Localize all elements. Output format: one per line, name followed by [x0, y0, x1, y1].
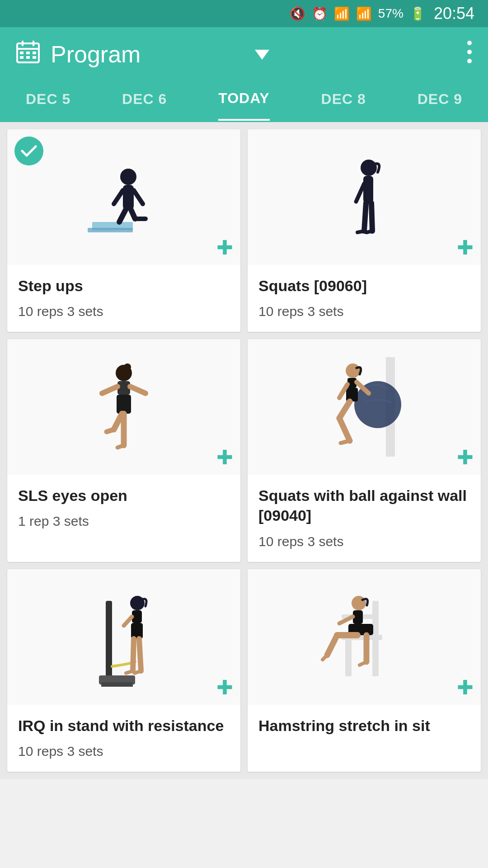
svg-line-59 [126, 671, 133, 673]
exercise-image-squats-ball: ✚ [248, 339, 481, 475]
exercise-grid: ✚ Step ups 10 reps 3 sets [0, 122, 488, 779]
svg-line-57 [133, 639, 134, 671]
exercise-card-irq[interactable]: ✚ IRQ in stand with resistance 10 reps 3… [7, 569, 240, 772]
app-title: Program [51, 41, 249, 68]
exercise-image-squats: ✚ [248, 129, 481, 265]
exercise-name: Squats with ball against wall [09040] [258, 486, 470, 525]
exercise-reps: 1 rep 3 sets [18, 514, 230, 529]
tab-dec9[interactable]: DEC 9 [418, 81, 462, 121]
svg-line-25 [356, 184, 364, 202]
svg-rect-9 [33, 56, 36, 59]
svg-line-26 [364, 203, 366, 231]
svg-marker-10 [255, 50, 269, 60]
exercise-reps: 10 reps 3 sets [18, 304, 230, 319]
exercise-name: Hamstring stretch in sit [258, 716, 470, 736]
add-exercise-icon[interactable]: ✚ [457, 678, 474, 698]
exercise-info-irq: IRQ in stand with resistance 10 reps 3 s… [7, 705, 240, 772]
dropdown-icon[interactable] [255, 45, 269, 64]
exercise-info-step-ups: Step ups 10 reps 3 sets [7, 265, 240, 332]
exercise-name: Step ups [18, 276, 230, 296]
exercise-info-squats-ball: Squats with ball against wall [09040] 10… [248, 475, 481, 561]
menu-button[interactable] [467, 41, 472, 68]
svg-line-60 [135, 671, 141, 673]
add-exercise-icon[interactable]: ✚ [216, 448, 233, 467]
exercise-card-sls[interactable]: ✚ SLS eyes open 1 rep 3 sets [7, 339, 240, 561]
exercise-card-hamstring[interactable]: ✚ Hamstring stretch in sit [248, 569, 481, 772]
svg-line-28 [357, 231, 364, 232]
battery-icon: 🔋 [410, 6, 426, 21]
alarm-icon: ⏰ [312, 6, 328, 21]
svg-line-58 [139, 639, 141, 671]
svg-line-37 [114, 414, 122, 429]
svg-point-13 [467, 59, 472, 63]
add-exercise-icon[interactable]: ✚ [216, 678, 233, 698]
svg-rect-7 [20, 56, 23, 59]
svg-rect-63 [345, 640, 352, 676]
exercise-name: SLS eyes open [18, 486, 230, 505]
exercise-reps: 10 reps 3 sets [258, 534, 470, 549]
svg-rect-24 [363, 176, 373, 203]
exercise-image-step-ups: ✚ [7, 129, 240, 265]
svg-line-27 [371, 203, 372, 231]
svg-point-53 [130, 596, 145, 610]
exercise-info-squats: Squats [09060] 10 reps 3 sets [248, 265, 481, 332]
svg-line-47 [339, 418, 350, 441]
calendar-icon [16, 40, 40, 69]
tab-today[interactable]: TODAY [218, 81, 269, 121]
exercise-card-squats[interactable]: ✚ Squats [09060] 10 reps 3 sets [248, 129, 481, 332]
svg-point-12 [467, 50, 472, 54]
exercise-name: Squats [09060] [258, 276, 470, 296]
svg-line-19 [134, 190, 143, 204]
svg-rect-17 [123, 185, 134, 210]
svg-point-66 [352, 596, 366, 610]
svg-line-18 [114, 190, 123, 204]
svg-line-35 [130, 387, 145, 393]
tab-dec8[interactable]: DEC 8 [321, 81, 366, 121]
svg-line-20 [119, 210, 126, 222]
svg-line-71 [327, 635, 337, 655]
svg-line-39 [117, 445, 124, 448]
tab-dec5[interactable]: DEC 5 [26, 81, 70, 121]
svg-rect-52 [101, 682, 133, 687]
svg-line-29 [366, 231, 372, 232]
exercise-name: IRQ in stand with resistance [18, 716, 230, 736]
svg-rect-62 [372, 640, 379, 676]
add-exercise-icon[interactable]: ✚ [216, 238, 233, 258]
svg-rect-50 [106, 601, 112, 684]
tab-bar: DEC 5 DEC 6 TODAY DEC 8 DEC 9 [0, 81, 488, 122]
completed-badge [14, 137, 43, 165]
bluetooth-icon: 🔇 [290, 6, 305, 21]
svg-line-34 [102, 387, 117, 393]
exercise-info-sls: SLS eyes open 1 rep 3 sets [7, 475, 240, 542]
wifi-icon: 📶 [334, 6, 350, 21]
exercise-image-irq: ✚ [7, 569, 240, 705]
exercise-reps: 10 reps 3 sets [18, 744, 230, 759]
svg-rect-8 [26, 56, 30, 59]
battery-percent: 57% [378, 6, 404, 21]
exercise-image-sls: ✚ [7, 339, 240, 475]
exercise-image-hamstring: ✚ [248, 569, 481, 705]
exercise-info-hamstring: Hamstring stretch in sit [248, 705, 481, 756]
svg-point-42 [346, 363, 360, 378]
status-bar: 🔇 ⏰ 📶 📶 57% 🔋 20:54 [0, 0, 488, 27]
exercise-card-step-ups[interactable]: ✚ Step ups 10 reps 3 sets [7, 129, 240, 332]
svg-line-38 [107, 429, 114, 432]
svg-line-56 [124, 617, 132, 626]
svg-rect-6 [33, 52, 36, 54]
exercise-card-squats-ball[interactable]: ✚ Squats with ball against wall [09040] … [248, 339, 481, 561]
tab-dec6[interactable]: DEC 6 [122, 81, 167, 121]
svg-point-11 [467, 41, 472, 45]
svg-line-46 [339, 401, 350, 418]
svg-point-16 [120, 169, 136, 185]
svg-rect-15 [88, 228, 133, 232]
exercise-reps: 10 reps 3 sets [258, 304, 470, 319]
status-time: 20:54 [434, 4, 474, 23]
status-icons: 🔇 ⏰ 📶 📶 57% 🔋 [290, 6, 426, 21]
svg-point-23 [361, 160, 377, 176]
add-exercise-icon[interactable]: ✚ [457, 238, 474, 258]
app-bar: Program [0, 27, 488, 81]
svg-rect-5 [26, 52, 30, 54]
add-exercise-icon[interactable]: ✚ [457, 448, 474, 467]
svg-line-74 [323, 655, 327, 660]
svg-rect-4 [20, 52, 23, 54]
